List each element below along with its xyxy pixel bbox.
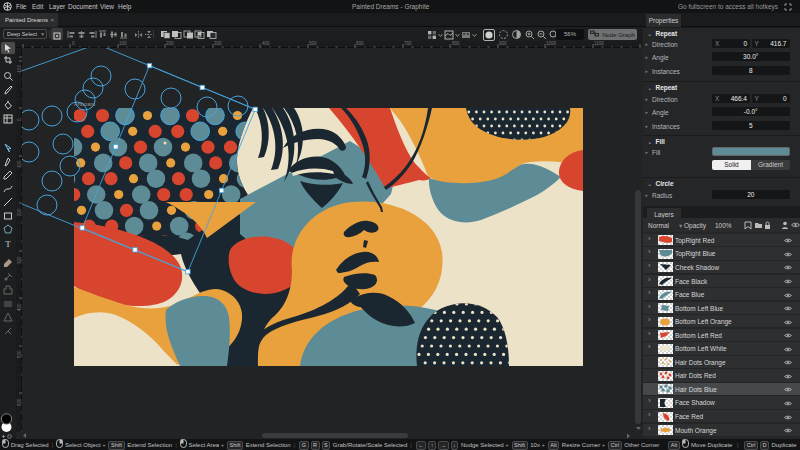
svg-text:T: T xyxy=(5,238,11,248)
